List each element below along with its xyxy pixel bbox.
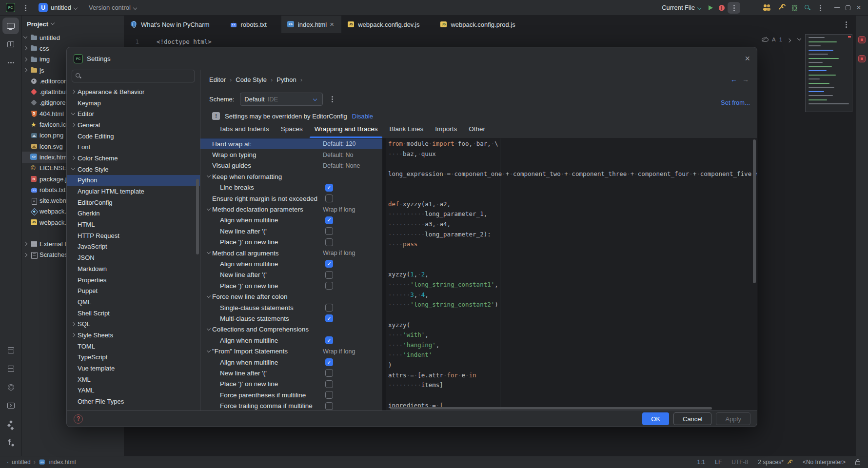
settings-nav-item[interactable]: Keymap — [67, 98, 200, 109]
tree-chevron-icon[interactable] — [22, 34, 29, 41]
editor-tab[interactable]: webpack.config.dev.js — [341, 16, 434, 33]
group-chevron-icon[interactable] — [205, 162, 212, 169]
settings-row[interactable]: Single-clause statements — [200, 302, 382, 313]
setting-checkbox[interactable] — [325, 402, 333, 410]
tree-chevron-icon[interactable] — [22, 99, 29, 106]
group-chevron-icon[interactable] — [205, 228, 212, 234]
code-style-tab[interactable]: Blank Lines — [384, 123, 428, 138]
tree-chevron-icon[interactable] — [22, 252, 29, 258]
tree-chevron-icon[interactable] — [70, 398, 77, 405]
tree-chevron-icon[interactable] — [22, 165, 29, 172]
ai-assistant-icon[interactable] — [858, 55, 866, 62]
setting-checkbox[interactable] — [325, 369, 333, 377]
tree-chevron-icon[interactable] — [70, 221, 77, 228]
group-chevron-icon[interactable] — [205, 403, 212, 410]
setting-value[interactable]: Default: 120 — [323, 140, 355, 147]
settings-nav-item[interactable]: Editor — [67, 108, 200, 119]
tree-chevron-icon[interactable] — [70, 276, 77, 283]
tree-chevron-icon[interactable] — [70, 354, 77, 361]
settings-row[interactable]: Method call arguments Wrap if long — [200, 248, 382, 258]
tab-options-icon[interactable] — [843, 20, 849, 28]
settings-nav-item[interactable]: HTTP Request — [67, 230, 200, 241]
main-menu-icon[interactable] — [22, 4, 29, 12]
settings-row[interactable]: Place ')' on new line — [200, 379, 382, 390]
group-chevron-icon[interactable] — [205, 272, 212, 278]
search-everywhere-button[interactable] — [801, 2, 814, 14]
tree-chevron-icon[interactable] — [70, 332, 77, 338]
settings-row[interactable]: Line breaks — [200, 182, 382, 193]
version-control-tool-button[interactable] — [3, 434, 20, 451]
group-chevron-icon[interactable] — [205, 348, 212, 355]
scheme-select[interactable]: Default IDE — [240, 93, 323, 106]
prev-problem-icon[interactable] — [786, 36, 792, 43]
file-encoding[interactable]: UTF-8 — [731, 459, 748, 466]
group-chevron-icon[interactable] — [205, 370, 212, 376]
settings-row[interactable]: Collections and Comprehensions — [200, 324, 382, 335]
group-chevron-icon[interactable] — [205, 315, 212, 322]
setting-checkbox[interactable] — [325, 227, 333, 235]
settings-nav-item[interactable]: Gherkin — [67, 208, 200, 219]
settings-nav-item[interactable]: Markdown — [67, 263, 200, 274]
tree-chevron-icon[interactable] — [70, 232, 77, 239]
forward-arrow-icon[interactable]: → — [742, 76, 749, 83]
breadcrumb-item[interactable]: Code Style — [236, 76, 276, 83]
tree-chevron-icon[interactable] — [70, 210, 77, 217]
settings-row[interactable]: Wrap on typing Default: No — [200, 149, 382, 160]
dialog-header[interactable]: PC Settings — [67, 47, 757, 70]
tree-chevron-icon[interactable] — [70, 121, 77, 128]
terminal-tool-button[interactable] — [3, 397, 20, 414]
tree-chevron-icon[interactable] — [22, 219, 29, 226]
editor-first-line[interactable]: 1 <!doctype html> — [124, 37, 417, 47]
group-chevron-icon[interactable] — [205, 173, 212, 180]
group-chevron-icon[interactable] — [205, 293, 212, 300]
tree-chevron-icon[interactable] — [70, 288, 77, 294]
tree-chevron-icon[interactable] — [70, 310, 77, 316]
group-chevron-icon[interactable] — [205, 140, 212, 147]
setting-value[interactable]: Default: None — [323, 162, 360, 169]
settings-tool-button[interactable] — [3, 379, 20, 395]
setting-checkbox[interactable] — [325, 184, 333, 192]
nav-scrollbar[interactable] — [196, 179, 199, 254]
tree-chevron-icon[interactable] — [22, 56, 29, 63]
close-tab-icon[interactable] — [330, 21, 335, 27]
editor-tab[interactable]: webpack.config.prod.js — [434, 16, 530, 33]
group-chevron-icon[interactable] — [205, 391, 212, 398]
settings-nav-item[interactable]: Properties — [67, 274, 200, 286]
tree-chevron-icon[interactable] — [70, 133, 77, 139]
tree-chevron-icon[interactable] — [22, 132, 29, 139]
settings-row[interactable]: Align when multiline — [200, 258, 382, 269]
tools-button[interactable] — [774, 2, 788, 14]
setting-checkbox[interactable] — [325, 391, 333, 399]
code-style-tab[interactable]: Imports — [430, 123, 462, 138]
editor-tab[interactable]: robots.txt — [224, 16, 281, 33]
preview-horizontal-scrollbar[interactable] — [390, 407, 712, 410]
run-config-selector[interactable]: Current File — [659, 2, 706, 14]
tree-chevron-icon[interactable] — [70, 177, 77, 184]
tree-chevron-icon[interactable] — [70, 144, 77, 151]
code-style-tab[interactable]: Wrapping and Braces — [310, 123, 383, 138]
vcs-widget[interactable]: Version control — [86, 2, 141, 14]
settings-row[interactable]: New line after '(' — [200, 368, 382, 378]
settings-nav-item[interactable]: QML — [67, 296, 200, 308]
settings-row[interactable]: Force trailing comma if multiline — [200, 400, 382, 410]
caret-position[interactable]: 1:1 — [697, 459, 706, 466]
tree-chevron-icon[interactable] — [70, 298, 77, 305]
group-chevron-icon[interactable] — [205, 260, 212, 267]
debug-button[interactable] — [716, 2, 728, 14]
settings-row[interactable]: Ensure right margin is not exceeded — [200, 193, 382, 204]
group-chevron-icon[interactable] — [205, 152, 212, 158]
tree-chevron-icon[interactable] — [70, 155, 77, 161]
setting-checkbox[interactable] — [325, 271, 333, 279]
tree-chevron-icon[interactable] — [22, 143, 29, 150]
services-tool-button[interactable] — [3, 416, 20, 432]
code-style-tab[interactable]: Other — [464, 123, 490, 138]
settings-row[interactable]: Multi-clause statements — [200, 313, 382, 324]
settings-row[interactable]: Method declaration parameters Wrap if lo… — [200, 204, 382, 214]
interpreter-selector[interactable]: <No Interpreter> — [803, 459, 846, 466]
python-packages-tool-button[interactable] — [3, 360, 20, 377]
settings-row[interactable]: Align when multiline — [200, 335, 382, 346]
tree-chevron-icon[interactable] — [22, 45, 29, 52]
setting-checkbox[interactable] — [325, 238, 333, 246]
tree-chevron-icon[interactable] — [22, 197, 29, 204]
editor-tab[interactable]: index.html — [281, 16, 341, 33]
